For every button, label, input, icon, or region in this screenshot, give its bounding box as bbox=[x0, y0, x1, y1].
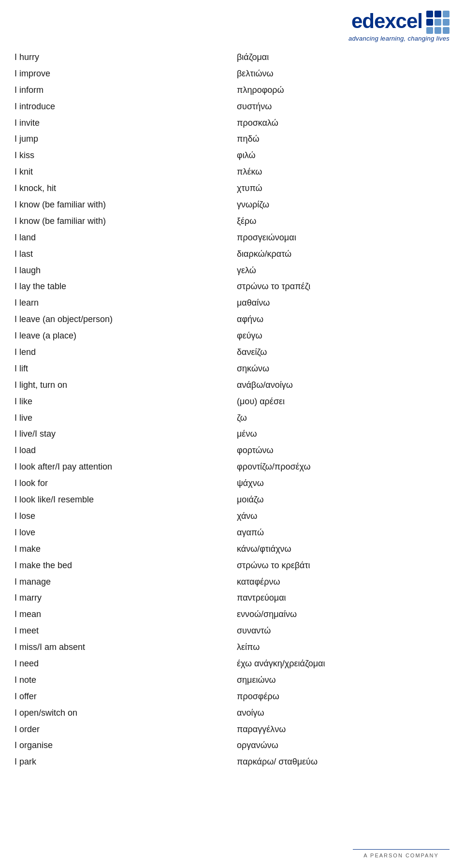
greek-cell: συναντώ bbox=[232, 623, 450, 639]
english-cell: I light, turn on bbox=[14, 377, 232, 394]
english-cell: I order bbox=[14, 721, 232, 738]
logo-dot-2 bbox=[435, 11, 441, 17]
english-cell: I land bbox=[14, 230, 232, 246]
english-cell: I know (be familiar with) bbox=[14, 197, 232, 213]
english-cell: I park bbox=[14, 754, 232, 770]
greek-cell: βιάζομαι bbox=[232, 49, 450, 66]
footer: A PEARSON COMPANY bbox=[353, 849, 450, 858]
english-cell: I marry bbox=[14, 590, 232, 606]
greek-cell: καταφέρνω bbox=[232, 574, 450, 590]
greek-cell: φεύγω bbox=[232, 328, 450, 344]
english-cell: I lose bbox=[14, 508, 232, 525]
english-cell: I know (be familiar with) bbox=[14, 213, 232, 230]
logo-dot-9 bbox=[443, 27, 450, 34]
english-cell: I need bbox=[14, 656, 232, 672]
english-cell: I offer bbox=[14, 689, 232, 705]
logo-dot-7 bbox=[426, 27, 433, 34]
english-cell: I like bbox=[14, 394, 232, 410]
greek-cell: στρώνω το κρεβάτι bbox=[232, 558, 450, 574]
greek-cell: σημειώνω bbox=[232, 672, 450, 689]
english-cell: I knock, hit bbox=[14, 180, 232, 197]
english-cell: I love bbox=[14, 525, 232, 541]
greek-cell: οργανώνω bbox=[232, 737, 450, 754]
english-cell: I live/I stay bbox=[14, 426, 232, 442]
greek-cell: μοιάζω bbox=[232, 492, 450, 508]
logo-dots bbox=[426, 11, 450, 34]
english-cell: I load bbox=[14, 442, 232, 459]
greek-cell: πηδώ bbox=[232, 131, 450, 147]
english-cell: I kiss bbox=[14, 147, 232, 164]
logo-dot-1 bbox=[426, 11, 433, 17]
english-cell: I last bbox=[14, 246, 232, 263]
english-cell: I leave (an object/person) bbox=[14, 311, 232, 328]
greek-cell: δανείζω bbox=[232, 344, 450, 361]
greek-cell: εννοώ/σημαίνω bbox=[232, 606, 450, 623]
logo-dot-5 bbox=[435, 19, 441, 26]
greek-cell: παραγγέλνω bbox=[232, 721, 450, 738]
logo-dot-6 bbox=[443, 19, 450, 26]
greek-cell: μαθαίνω bbox=[232, 295, 450, 311]
logo-text: edexcel bbox=[351, 10, 422, 33]
english-cell: I laugh bbox=[14, 263, 232, 279]
logo-container: edexcel advancing learning, changing liv… bbox=[348, 9, 450, 42]
english-cell: I miss/I am absent bbox=[14, 639, 232, 656]
greek-cell: βελτιώνω bbox=[232, 66, 450, 82]
header: edexcel advancing learning, changing liv… bbox=[0, 0, 464, 47]
greek-cell: ξέρω bbox=[232, 213, 450, 230]
greek-cell: γνωρίζω bbox=[232, 197, 450, 213]
greek-cell: προσγειώνομαι bbox=[232, 230, 450, 246]
greek-cell: αγαπώ bbox=[232, 525, 450, 541]
greek-cell: συστήνω bbox=[232, 99, 450, 115]
greek-cell: φορτώνω bbox=[232, 442, 450, 459]
greek-cell: ανοίγω bbox=[232, 705, 450, 721]
greek-cell: λείπω bbox=[232, 639, 450, 656]
greek-cell: έχω ανάγκη/χρειάζομαι bbox=[232, 656, 450, 672]
greek-cell: προσκαλώ bbox=[232, 115, 450, 132]
greek-cell: γελώ bbox=[232, 263, 450, 279]
english-cell: I inform bbox=[14, 82, 232, 99]
english-cell: I live bbox=[14, 410, 232, 427]
english-cell: I leave (a place) bbox=[14, 328, 232, 344]
greek-cell: χτυπώ bbox=[232, 180, 450, 197]
english-cell: I lend bbox=[14, 344, 232, 361]
english-cell: I hurry bbox=[14, 49, 232, 66]
greek-cell: πλέκω bbox=[232, 164, 450, 180]
english-cell: I lay the table bbox=[14, 279, 232, 295]
greek-cell: αφήνω bbox=[232, 311, 450, 328]
greek-cell: παντρεύομαι bbox=[232, 590, 450, 606]
english-cell: I open/switch on bbox=[14, 705, 232, 721]
logo-dot-3 bbox=[443, 11, 450, 17]
english-cell: I manage bbox=[14, 574, 232, 590]
english-cell: I look after/I pay attention bbox=[14, 459, 232, 475]
content: I hurryβιάζομαιI improveβελτιώνωI inform… bbox=[0, 47, 464, 785]
logo-dot-4 bbox=[426, 19, 433, 26]
word-list: I hurryβιάζομαιI improveβελτιώνωI inform… bbox=[14, 49, 450, 770]
footer-text: A PEARSON COMPANY bbox=[363, 853, 438, 858]
english-cell: I lift bbox=[14, 361, 232, 377]
logo-main: edexcel bbox=[351, 9, 450, 34]
greek-cell: μένω bbox=[232, 426, 450, 442]
english-cell: I meet bbox=[14, 623, 232, 639]
english-cell: I make the bed bbox=[14, 558, 232, 574]
greek-cell: φιλώ bbox=[232, 147, 450, 164]
greek-cell: ανάβω/ανοίγω bbox=[232, 377, 450, 394]
english-cell: I note bbox=[14, 672, 232, 689]
greek-cell: στρώνω το τραπέζι bbox=[232, 279, 450, 295]
english-cell: I mean bbox=[14, 606, 232, 623]
greek-cell: παρκάρω/ σταθμεύω bbox=[232, 754, 450, 770]
greek-cell: φροντίζω/προσέχω bbox=[232, 459, 450, 475]
greek-cell: προσφέρω bbox=[232, 689, 450, 705]
greek-cell: διαρκώ/κρατώ bbox=[232, 246, 450, 263]
greek-cell: πληροφορώ bbox=[232, 82, 450, 99]
english-cell: I look for bbox=[14, 475, 232, 492]
english-cell: I invite bbox=[14, 115, 232, 132]
logo-dot-8 bbox=[435, 27, 441, 34]
english-cell: I make bbox=[14, 541, 232, 558]
english-cell: I introduce bbox=[14, 99, 232, 115]
footer-line bbox=[353, 849, 450, 850]
greek-cell: σηκώνω bbox=[232, 361, 450, 377]
english-cell: I look like/I resemble bbox=[14, 492, 232, 508]
greek-cell: ψάχνω bbox=[232, 475, 450, 492]
english-cell: I knit bbox=[14, 164, 232, 180]
english-cell: I improve bbox=[14, 66, 232, 82]
